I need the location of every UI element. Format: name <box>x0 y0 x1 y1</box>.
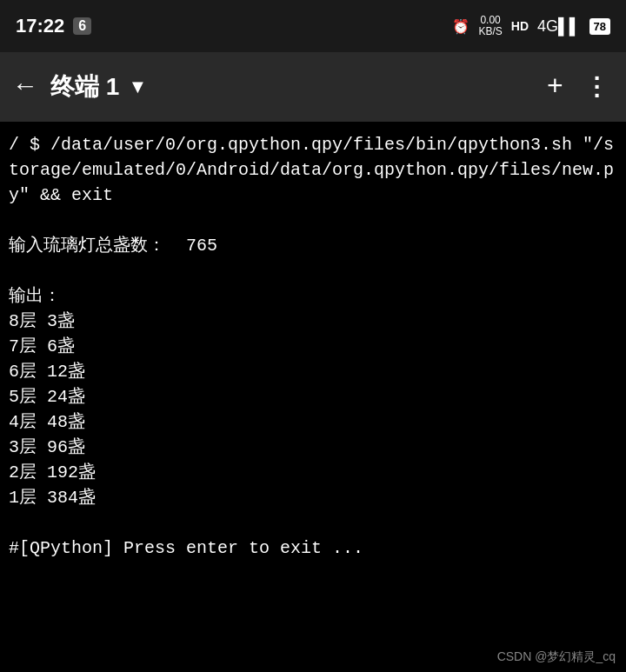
signal-icon: 4G▌▌ <box>537 17 581 36</box>
terminal-title-label: 终端 1 <box>50 70 119 103</box>
status-right: ⏰ 0.00 KB/S HD 4G▌▌ 78 <box>452 15 610 37</box>
more-options-button[interactable]: ⋮ <box>584 72 609 102</box>
net-speed-unit: KB/S <box>478 26 502 37</box>
battery-indicator: 78 <box>589 18 610 35</box>
dropdown-icon[interactable]: ▼ <box>128 76 147 98</box>
status-bar: 17:22 6 ⏰ 0.00 KB/S HD 4G▌▌ 78 <box>0 0 626 52</box>
network-speed: 0.00 KB/S <box>478 15 502 37</box>
hd-label: HD <box>511 19 529 33</box>
status-badge: 6 <box>73 17 91 35</box>
terminal-output: / $ /data/user/0/org.qpython.qpy/files/b… <box>9 132 617 561</box>
toolbar-title: 终端 1 ▼ <box>50 70 529 103</box>
watermark: CSDN @梦幻精灵_cq <box>497 649 616 665</box>
terminal-area[interactable]: / $ /data/user/0/org.qpython.qpy/files/b… <box>0 122 626 672</box>
status-time: 17:22 <box>16 15 64 37</box>
status-left: 17:22 6 <box>16 15 91 37</box>
alarm-icon: ⏰ <box>452 18 470 35</box>
toolbar: ← 终端 1 ▼ + ⋮ <box>0 52 626 122</box>
toolbar-actions: + ⋮ <box>547 71 609 103</box>
add-terminal-button[interactable]: + <box>547 71 563 103</box>
back-button[interactable]: ← <box>17 72 33 102</box>
battery-value: 78 <box>594 20 606 33</box>
